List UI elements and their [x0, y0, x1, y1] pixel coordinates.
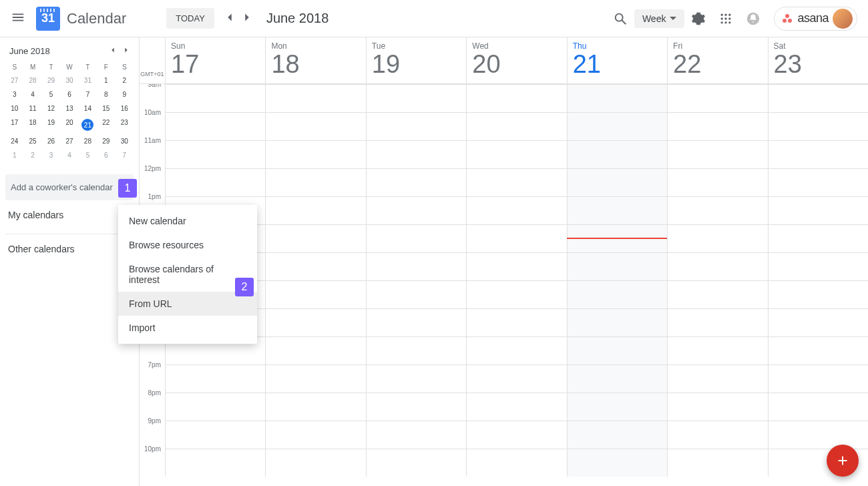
mini-day-cell[interactable]: 29	[97, 134, 115, 148]
time-slot[interactable]	[768, 421, 868, 449]
mini-day-cell[interactable]: 5	[79, 148, 97, 162]
time-slot[interactable]	[165, 112, 265, 140]
time-slot[interactable]	[567, 421, 667, 449]
time-slot[interactable]	[265, 112, 365, 140]
mini-day-cell[interactable]: 4	[60, 148, 78, 162]
time-slot[interactable]	[667, 308, 767, 336]
time-slot[interactable]	[667, 280, 767, 308]
menu-item[interactable]: Browse resources	[118, 233, 257, 257]
mini-prev-icon[interactable]	[108, 45, 118, 57]
time-slot[interactable]	[667, 112, 767, 140]
mini-day-cell[interactable]: 17	[5, 115, 23, 134]
time-slot[interactable]	[165, 393, 265, 421]
time-slot[interactable]	[466, 196, 566, 224]
time-slot[interactable]	[165, 421, 265, 449]
time-slot[interactable]	[768, 364, 868, 393]
time-slot[interactable]	[466, 449, 566, 477]
time-slot[interactable]	[768, 224, 868, 252]
time-slot[interactable]	[466, 280, 566, 308]
mini-day-cell[interactable]: 15	[97, 101, 115, 115]
mini-day-cell[interactable]: 5	[42, 87, 60, 101]
mini-day-cell[interactable]: 6	[97, 148, 115, 162]
time-slot[interactable]	[567, 364, 667, 393]
time-slot[interactable]	[667, 168, 767, 196]
day-column-header[interactable]: Fri22	[667, 37, 767, 83]
time-slot[interactable]	[768, 308, 868, 336]
mini-day-cell[interactable]: 8	[97, 87, 115, 101]
mini-day-cell[interactable]: 29	[42, 73, 60, 87]
time-slot[interactable]	[466, 393, 566, 421]
time-slot[interactable]	[768, 168, 868, 196]
time-slot[interactable]	[667, 449, 767, 477]
asana-chip[interactable]: asana	[774, 7, 857, 31]
time-slot[interactable]	[265, 449, 365, 477]
mini-day-cell[interactable]: 10	[5, 101, 23, 115]
time-slot[interactable]	[768, 393, 868, 421]
time-slot[interactable]	[567, 84, 667, 112]
time-slot[interactable]	[265, 84, 365, 112]
mini-day-cell[interactable]: 14	[79, 101, 97, 115]
time-slot[interactable]	[265, 196, 365, 224]
today-button[interactable]: TODAY	[166, 8, 214, 29]
time-slot[interactable]	[466, 421, 566, 449]
mini-day-cell[interactable]: 20	[60, 115, 78, 134]
time-slot[interactable]	[366, 364, 466, 393]
time-slot[interactable]	[366, 449, 466, 477]
time-slot[interactable]	[265, 140, 365, 168]
time-slot[interactable]	[466, 364, 566, 393]
time-slot[interactable]	[165, 364, 265, 393]
prev-week-icon[interactable]	[222, 10, 237, 27]
mini-day-cell[interactable]: 7	[116, 148, 134, 162]
time-slot[interactable]	[366, 224, 466, 252]
time-slot[interactable]	[466, 224, 566, 252]
time-slot[interactable]	[466, 336, 566, 364]
time-slot[interactable]	[667, 140, 767, 168]
time-slot[interactable]	[366, 84, 466, 112]
time-slot[interactable]	[667, 336, 767, 364]
mini-day-cell[interactable]: 31	[79, 73, 97, 87]
time-slot[interactable]	[366, 112, 466, 140]
time-slot[interactable]	[667, 364, 767, 393]
mini-day-cell[interactable]: 4	[23, 87, 41, 101]
time-slot[interactable]	[768, 112, 868, 140]
time-slot[interactable]	[768, 280, 868, 308]
time-slot[interactable]	[567, 449, 667, 477]
time-slot[interactable]	[667, 196, 767, 224]
time-slot[interactable]	[265, 393, 365, 421]
mini-day-cell[interactable]: 26	[42, 134, 60, 148]
time-slot[interactable]	[768, 336, 868, 364]
notifications-bell-icon[interactable]	[746, 11, 761, 26]
time-slot[interactable]	[366, 252, 466, 280]
mini-day-cell[interactable]: 1	[97, 73, 115, 87]
search-icon[interactable]	[613, 11, 628, 26]
time-slot[interactable]	[265, 364, 365, 393]
mini-day-cell[interactable]: 23	[116, 115, 134, 134]
mini-day-cell[interactable]: 6	[60, 87, 78, 101]
mini-day-cell[interactable]: 18	[23, 115, 41, 134]
time-slot[interactable]	[567, 252, 667, 280]
time-slot[interactable]	[165, 449, 265, 477]
user-avatar[interactable]	[833, 9, 853, 29]
mini-day-cell[interactable]: 30	[60, 73, 78, 87]
mini-day-cell[interactable]: 9	[116, 87, 134, 101]
time-slot[interactable]	[567, 393, 667, 421]
add-coworker-input[interactable]: Add a coworker's calendar	[5, 174, 134, 200]
time-slot[interactable]	[567, 336, 667, 364]
mini-day-cell[interactable]: 2	[23, 148, 41, 162]
time-slot[interactable]	[768, 252, 868, 280]
my-calendars-section[interactable]: My calendars	[5, 200, 134, 230]
view-selector[interactable]: Week	[634, 9, 685, 28]
time-slot[interactable]	[667, 393, 767, 421]
time-slot[interactable]	[667, 252, 767, 280]
time-slot[interactable]	[265, 336, 365, 364]
time-slot[interactable]	[466, 252, 566, 280]
apps-grid-icon[interactable]	[719, 12, 732, 25]
day-column-header[interactable]: Mon18	[265, 37, 365, 83]
time-slot[interactable]	[567, 280, 667, 308]
time-slot[interactable]	[165, 140, 265, 168]
time-slot[interactable]	[466, 308, 566, 336]
time-slot[interactable]	[667, 421, 767, 449]
day-column-header[interactable]: Sat23	[768, 37, 868, 83]
mini-day-cell[interactable]: 30	[116, 134, 134, 148]
mini-day-cell[interactable]: 3	[42, 148, 60, 162]
